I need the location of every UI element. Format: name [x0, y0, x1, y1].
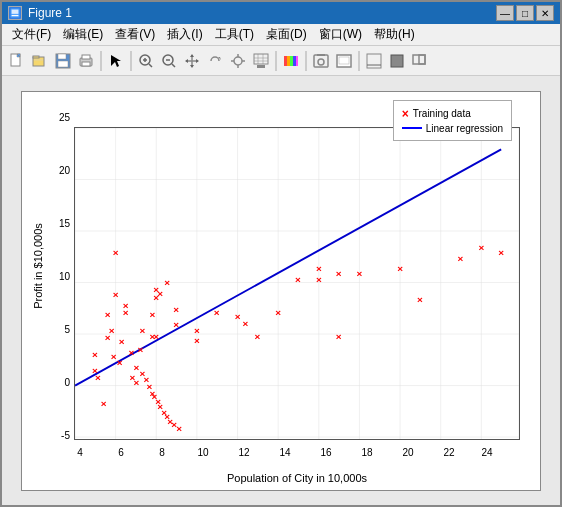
svg-point-46 [318, 59, 324, 65]
svg-text:×: × [417, 294, 423, 305]
svg-rect-53 [419, 55, 425, 64]
toolbar-print-button[interactable] [75, 50, 97, 72]
legend: × Training data Linear regression [393, 100, 512, 141]
svg-text:×: × [101, 398, 107, 409]
toolbar-axes-button[interactable] [363, 50, 385, 72]
title-buttons: — □ ✕ [496, 5, 554, 21]
toolbar-pan-button[interactable] [181, 50, 203, 72]
toolbar-cursor-button[interactable] [105, 50, 127, 72]
minimize-button[interactable]: — [496, 5, 514, 21]
toolbar-zoom-out-button[interactable] [158, 50, 180, 72]
toolbar-brush-button[interactable] [250, 50, 272, 72]
svg-text:×: × [123, 306, 129, 317]
svg-text:×: × [397, 262, 403, 273]
y-tick-20: 20 [50, 165, 70, 176]
title-bar: Figure 1 — □ ✕ [2, 2, 560, 24]
menu-help[interactable]: 帮助(H) [368, 24, 421, 45]
maximize-button[interactable]: □ [516, 5, 534, 21]
x-tick-10: 10 [193, 447, 213, 458]
svg-text:×: × [95, 371, 101, 382]
main-window: Figure 1 — □ ✕ 文件(F) 编辑(E) 查看(V) 插入(I) 工… [0, 0, 562, 507]
svg-rect-39 [284, 56, 287, 66]
toolbar-zoom-in-button[interactable] [135, 50, 157, 72]
toolbar-save-button[interactable] [52, 50, 74, 72]
window-title: Figure 1 [28, 6, 72, 20]
y-axis-label-container: Profit in $10,000s [28, 92, 48, 440]
legend-regression-icon [402, 127, 422, 129]
toolbar-rotate-button[interactable] [204, 50, 226, 72]
close-button[interactable]: ✕ [536, 5, 554, 21]
x-tick-4: 4 [70, 447, 90, 458]
menu-file[interactable]: 文件(F) [6, 24, 57, 45]
menu-tools[interactable]: 工具(T) [209, 24, 260, 45]
toolbar-sep1 [100, 51, 102, 71]
menu-desktop[interactable]: 桌面(D) [260, 24, 313, 45]
svg-text:×: × [176, 423, 182, 434]
toolbar-fig-button[interactable] [333, 50, 355, 72]
x-tick-20: 20 [398, 447, 418, 458]
svg-text:×: × [157, 288, 163, 299]
legend-training-icon: × [402, 107, 409, 121]
svg-rect-7 [33, 56, 39, 58]
svg-rect-14 [82, 62, 90, 66]
toolbar-new-button[interactable] [6, 50, 28, 72]
svg-rect-40 [287, 56, 290, 66]
menu-window[interactable]: 窗口(W) [313, 24, 368, 45]
svg-text:×: × [478, 242, 484, 253]
menu-view[interactable]: 查看(V) [109, 24, 161, 45]
svg-rect-43 [296, 56, 298, 66]
svg-rect-33 [254, 54, 268, 64]
toolbar-datacursor-button[interactable] [227, 50, 249, 72]
svg-text:×: × [130, 371, 136, 382]
svg-text:×: × [149, 309, 155, 320]
svg-rect-11 [58, 61, 68, 67]
svg-text:×: × [173, 303, 179, 314]
toolbar-sep3 [275, 51, 277, 71]
toolbar-open-button[interactable] [29, 50, 51, 72]
toolbar-sep4 [305, 51, 307, 71]
toolbar-screen-button[interactable] [409, 50, 431, 72]
x-tick-18: 18 [357, 447, 377, 458]
y-tick-25: 25 [50, 112, 70, 123]
svg-text:×: × [498, 247, 504, 258]
svg-text:×: × [295, 273, 301, 284]
toolbar-sep5 [358, 51, 360, 71]
svg-text:×: × [139, 325, 145, 336]
plot-svg: × × × × × × × × × × × × × × × [75, 128, 519, 439]
toolbar-colormap-button[interactable] [280, 50, 302, 72]
svg-text:×: × [316, 262, 322, 273]
y-axis-label: Profit in $10,000s [32, 223, 44, 309]
x-tick-14: 14 [275, 447, 295, 458]
menu-insert[interactable]: 插入(I) [161, 24, 208, 45]
svg-text:×: × [254, 330, 260, 341]
y-tick--5: -5 [50, 430, 70, 441]
x-tick-6: 6 [111, 447, 131, 458]
y-tick-10: 10 [50, 271, 70, 282]
x-tick-22: 22 [439, 447, 459, 458]
y-tick-0: 0 [50, 377, 70, 388]
svg-text:×: × [214, 306, 220, 317]
svg-text:×: × [153, 330, 159, 341]
svg-text:×: × [275, 306, 281, 317]
legend-training-item: × Training data [402, 107, 503, 121]
svg-text:×: × [164, 277, 170, 288]
svg-text:×: × [117, 357, 123, 368]
menu-edit[interactable]: 编辑(E) [57, 24, 109, 45]
svg-rect-1 [12, 10, 19, 14]
y-tick-5: 5 [50, 324, 70, 335]
legend-regression-item: Linear regression [402, 123, 503, 134]
svg-text:×: × [235, 311, 241, 322]
svg-text:×: × [357, 267, 363, 278]
legend-training-label: Training data [413, 108, 471, 119]
svg-rect-13 [82, 55, 90, 59]
svg-text:×: × [243, 318, 249, 329]
svg-line-21 [172, 64, 175, 67]
svg-text:×: × [316, 273, 322, 284]
toolbar-sep2 [130, 51, 132, 71]
svg-text:×: × [336, 267, 342, 278]
svg-rect-45 [317, 54, 325, 56]
toolbar-square-button[interactable] [386, 50, 408, 72]
toolbar-screenshot-button[interactable] [310, 50, 332, 72]
svg-text:×: × [458, 253, 464, 264]
svg-text:×: × [138, 344, 144, 355]
